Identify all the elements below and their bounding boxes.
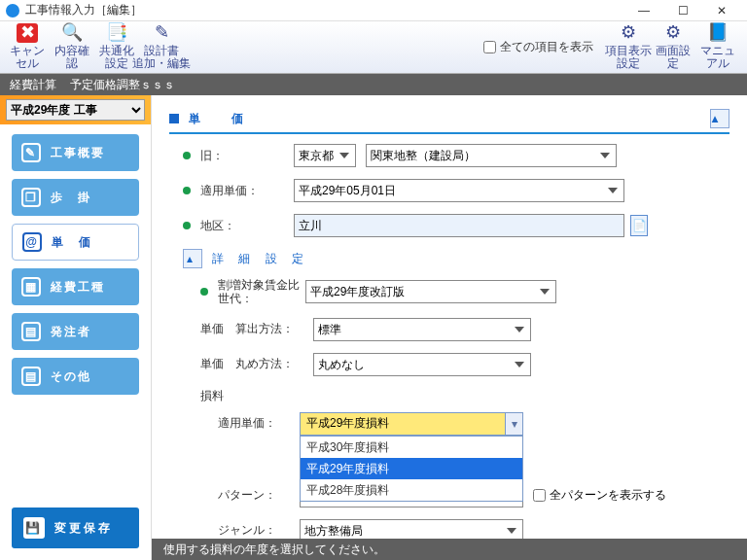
- confirm-button[interactable]: 🔍内容確認: [51, 24, 93, 71]
- status-bar: 使用する損料の年度を選択してください。: [152, 539, 747, 560]
- sonryo-year-select[interactable]: 平成29年度損料 ▾: [300, 412, 523, 436]
- old-org-select[interactable]: 関東地整（建設局）: [366, 144, 617, 167]
- close-button[interactable]: ✕: [702, 1, 741, 20]
- sidebar-item-client[interactable]: ▤発注者: [12, 313, 139, 350]
- app-icon: [6, 4, 19, 18]
- edit-icon: ✎: [150, 23, 173, 43]
- label-round: 単価 丸め方法：: [200, 356, 307, 372]
- pencil-icon: ✎: [21, 143, 41, 162]
- label-apply: 適用単価：: [200, 183, 294, 199]
- sidebar-item-unit[interactable]: @単 価: [12, 224, 139, 261]
- label-ratio: 割増対象賃金比世代：: [218, 278, 305, 306]
- sonryo-year-dropdown[interactable]: 平成30年度損料 平成29年度損料 平成28年度損料: [300, 436, 523, 502]
- label-old: 旧：: [200, 148, 294, 164]
- save-button[interactable]: 💾変更保存: [12, 508, 139, 548]
- breadcrumb: 経費計算 予定価格調整ｓｓｓ: [0, 74, 747, 95]
- doc-icon: ▤: [21, 322, 41, 341]
- genre-select[interactable]: 地方整備局: [300, 519, 523, 539]
- minimize-button[interactable]: —: [624, 1, 663, 20]
- maximize-button[interactable]: ☐: [663, 1, 702, 20]
- section-header-unit: 単 価 ▴: [169, 109, 729, 128]
- sidebar-item-cost[interactable]: ▦経費工種: [12, 268, 139, 305]
- collapse-button[interactable]: ▴: [183, 249, 202, 268]
- sidebar-item-other[interactable]: ▤その他: [12, 358, 139, 395]
- subsection-detail: ▴ 詳 細 設 定: [169, 249, 729, 268]
- year-select[interactable]: 平成29年度 工事: [6, 99, 145, 121]
- magnifier-icon: 🔍: [60, 23, 84, 43]
- book-icon: 📘: [706, 23, 729, 43]
- label-calc: 単価 算出方法：: [200, 321, 307, 337]
- group-label-sonryo: 損料: [200, 388, 729, 404]
- area-input[interactable]: [294, 214, 624, 237]
- display-settings-button[interactable]: ⚙項目表示 設定: [607, 24, 650, 71]
- cancel-button[interactable]: ✖キャンセル: [6, 24, 49, 71]
- save-icon: 💾: [23, 517, 45, 539]
- bullet-icon: [200, 288, 208, 296]
- at-icon: @: [22, 232, 42, 252]
- label-area: 地区：: [200, 218, 294, 234]
- dropdown-option[interactable]: 平成29年度損料: [301, 458, 522, 479]
- bullet-icon: [183, 222, 191, 229]
- copy-icon: 📑: [105, 23, 128, 43]
- screen-settings-button[interactable]: ⚙画面設定: [652, 24, 694, 71]
- manual-button[interactable]: 📘マニュアル: [696, 24, 739, 71]
- gear-display-icon: ⚙: [617, 23, 640, 43]
- calc-method-select[interactable]: 標準: [313, 318, 531, 341]
- design-doc-button[interactable]: ✎設計書 追加・編集: [140, 24, 183, 71]
- doc-icon: ▤: [21, 367, 41, 386]
- dropdown-option[interactable]: 平成30年度損料: [301, 437, 522, 458]
- apply-date-select[interactable]: 平成29年05月01日: [294, 179, 624, 202]
- sidebar-item-step[interactable]: ❐歩 掛: [12, 179, 139, 216]
- show-all-checkbox[interactable]: 全ての項目を表示: [483, 39, 593, 55]
- bullet-icon: [183, 152, 191, 159]
- window-title: 工事情報入力［編集］: [25, 2, 624, 18]
- old-pref-select[interactable]: 東京都: [294, 144, 356, 167]
- collapse-button[interactable]: ▴: [710, 109, 729, 128]
- ratio-select[interactable]: 平成29年度改訂版: [305, 280, 556, 303]
- label-genre: ジャンル：: [218, 522, 300, 539]
- square-icon: [169, 114, 179, 123]
- copy-icon: ❐: [21, 188, 41, 207]
- calc-icon: ▦: [21, 277, 41, 297]
- round-method-select[interactable]: 丸めなし: [313, 353, 531, 376]
- bullet-icon: [183, 187, 191, 194]
- label-apply2: 適用単価：: [218, 415, 300, 432]
- label-pattern: パターン：: [218, 487, 300, 504]
- divider: [169, 132, 729, 134]
- show-all-patterns-checkbox[interactable]: 全パターンを表示する: [533, 487, 666, 504]
- area-browse-button[interactable]: 📄: [630, 215, 648, 236]
- chevron-down-icon: ▾: [505, 413, 522, 435]
- dropdown-option[interactable]: 平成28年度損料: [301, 479, 522, 501]
- cancel-icon: ✖: [17, 23, 38, 43]
- gear-icon: ⚙: [661, 23, 685, 43]
- sidebar-item-overview[interactable]: ✎工事概要: [12, 134, 139, 171]
